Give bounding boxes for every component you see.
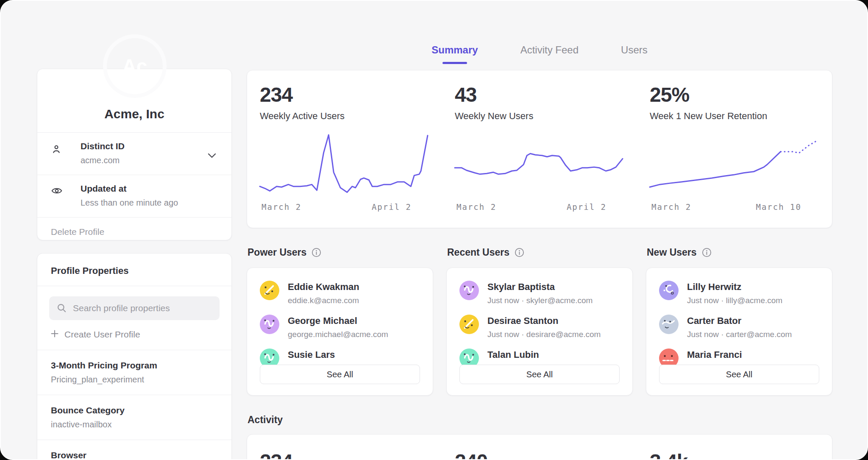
activity-title: Activity — [248, 414, 283, 426]
stat-3: 25%Week 1 New User RetentionMarch 2March… — [637, 70, 832, 228]
user-name: Maria Franci — [687, 348, 795, 360]
user-info: Skylar BaptistaJust now · skyler@acme.co… — [487, 281, 593, 305]
new-users-card: Lilly HerwitzJust now · lilly@acme.comCa… — [646, 268, 832, 396]
user-avatar — [659, 281, 679, 300]
user-name: Susie Lars — [288, 348, 356, 360]
stat-value: 43 — [455, 83, 623, 106]
updated-at-label: Updated at — [81, 184, 218, 194]
recent-users-card: Skylar BaptistaJust now · skyler@acme.co… — [446, 268, 633, 396]
see-all-button[interactable]: See All — [260, 365, 420, 384]
updated-at-row: Updated at Less than one minute ago — [37, 175, 231, 217]
tab-users[interactable]: Users — [621, 44, 648, 64]
property-row: BrowserChrome — [37, 440, 231, 460]
x-axis: March 2April 2 — [455, 195, 623, 212]
user-name: Eddie Kwakman — [288, 281, 359, 293]
user-info: Desirae StantonJust now · desirare@acme.… — [487, 315, 601, 339]
x-axis-tick: March 2 — [262, 202, 301, 212]
user-info: George Michaelgeorge.michael@acme.com — [288, 315, 388, 339]
delete-profile-button[interactable]: Delete Profile — [37, 217, 231, 246]
info-icon[interactable] — [312, 248, 321, 257]
property-row: 3-Month Pricing ProgramPricing_plan_expe… — [37, 350, 231, 395]
tab-activity-feed[interactable]: Activity Feed — [520, 44, 579, 64]
person-icon — [51, 144, 62, 156]
recent-users-header: Recent Users — [447, 247, 633, 258]
activity-stat: 234 — [247, 435, 442, 460]
activity-stat-value: 240 — [455, 450, 624, 460]
stat-2: 43Weekly New UsersMarch 2April 2 — [442, 70, 637, 228]
updated-at-value: Less than one minute ago — [81, 198, 218, 208]
stat-1: 234Weekly Active UsersMarch 2April 2 — [247, 70, 442, 228]
active-tab-underline — [442, 62, 467, 64]
company-card: Acme, Inc Distinct ID acme.com — [37, 69, 232, 240]
create-user-profile-button[interactable]: Create User Profile — [37, 320, 231, 350]
user-row[interactable]: George Michaelgeorge.michael@acme.com — [260, 315, 420, 339]
property-value: inactive-mailbox — [51, 420, 218, 429]
user-name: Talan Lubin — [487, 348, 593, 360]
plus-icon — [51, 329, 58, 340]
trend-chart — [455, 131, 623, 195]
user-meta: Just now · skyler@acme.com — [487, 296, 593, 305]
user-lists-row: Power UsersEddie Kwakmaneddie.k@acme.com… — [247, 247, 832, 396]
new-users-header: New Users — [647, 247, 832, 258]
user-meta: Just now · carter@acme.com — [687, 330, 792, 339]
user-avatar — [659, 315, 679, 334]
user-info: Eddie Kwakmaneddie.k@acme.com — [288, 281, 359, 305]
see-all-button[interactable]: See All — [459, 365, 620, 384]
see-all-button[interactable]: See All — [659, 365, 819, 384]
tab-label: Activity Feed — [520, 44, 579, 56]
user-meta: eddie.k@acme.com — [288, 296, 359, 305]
x-axis-tick: March 10 — [756, 202, 801, 212]
property-name: Bounce Category — [51, 405, 218, 415]
user-name: George Michael — [288, 315, 388, 326]
user-row[interactable]: Eddie Kwakmaneddie.k@acme.com — [260, 281, 420, 305]
search-icon — [57, 303, 67, 315]
user-meta: Just now · lilly@acme.com — [687, 296, 782, 305]
divider — [37, 286, 231, 286]
chevron-down-icon[interactable] — [208, 152, 216, 160]
user-name: Carter Bator — [687, 315, 792, 326]
eye-icon — [51, 186, 63, 197]
user-row[interactable]: Lilly HerwitzJust now · lilly@acme.com — [659, 281, 819, 305]
power-users-header: Power Users — [248, 247, 433, 258]
x-axis-tick: April 2 — [567, 202, 606, 212]
user-name: Desirae Stanton — [487, 315, 601, 326]
power-users-section: Power UsersEddie Kwakmaneddie.k@acme.com… — [247, 247, 433, 396]
user-avatar — [459, 315, 479, 334]
recent-users-title: Recent Users — [447, 247, 509, 258]
stat-value: 25% — [650, 83, 818, 106]
search-profile-properties-input[interactable] — [49, 296, 220, 320]
stat-label: Week 1 New User Retention — [650, 111, 818, 122]
activity-stat: 240 — [442, 435, 637, 460]
x-axis-tick: April 2 — [372, 202, 412, 212]
info-icon[interactable] — [515, 248, 524, 257]
property-row: Bounce Categoryinactive-mailbox — [37, 395, 231, 440]
property-value: Pricing_plan_experiment — [51, 375, 218, 385]
power-users-title: Power Users — [248, 247, 306, 258]
stat-label: Weekly New Users — [455, 111, 623, 122]
activity-stat-value: 234 — [260, 450, 429, 460]
tab-bar: SummaryActivity FeedUsers — [247, 44, 832, 64]
new-users-section: New UsersLilly HerwitzJust now · lilly@a… — [646, 247, 832, 396]
new-users-title: New Users — [647, 247, 697, 258]
activity-stat-value: 3.4k — [650, 450, 819, 460]
distinct-id-value: acme.com — [81, 156, 218, 165]
trend-chart — [260, 131, 428, 195]
user-avatar — [260, 281, 279, 300]
company-avatar: Ac — [107, 38, 163, 94]
distinct-id-row[interactable]: Distinct ID acme.com — [37, 133, 231, 175]
tab-summary[interactable]: Summary — [431, 44, 478, 64]
user-meta: george.michael@acme.com — [288, 330, 388, 339]
user-row[interactable]: Desirae StantonJust now · desirare@acme.… — [459, 315, 620, 339]
profile-properties-title: Profile Properties — [37, 254, 231, 286]
user-row[interactable]: Carter BatorJust now · carter@acme.com — [659, 315, 819, 339]
activity-stat: 3.4k — [637, 435, 832, 460]
stat-value: 234 — [260, 83, 428, 106]
info-icon[interactable] — [702, 248, 712, 257]
power-users-card: Eddie Kwakmaneddie.k@acme.comGeorge Mich… — [247, 268, 433, 396]
recent-users-section: Recent UsersSkylar BaptistaJust now · sk… — [446, 247, 633, 396]
x-axis-tick: March 2 — [651, 202, 691, 212]
user-row[interactable]: Skylar BaptistaJust now · skyler@acme.co… — [459, 281, 620, 305]
create-user-profile-label: Create User Profile — [64, 329, 140, 340]
tab-label: Summary — [431, 44, 478, 56]
user-name: Lilly Herwitz — [687, 281, 782, 293]
